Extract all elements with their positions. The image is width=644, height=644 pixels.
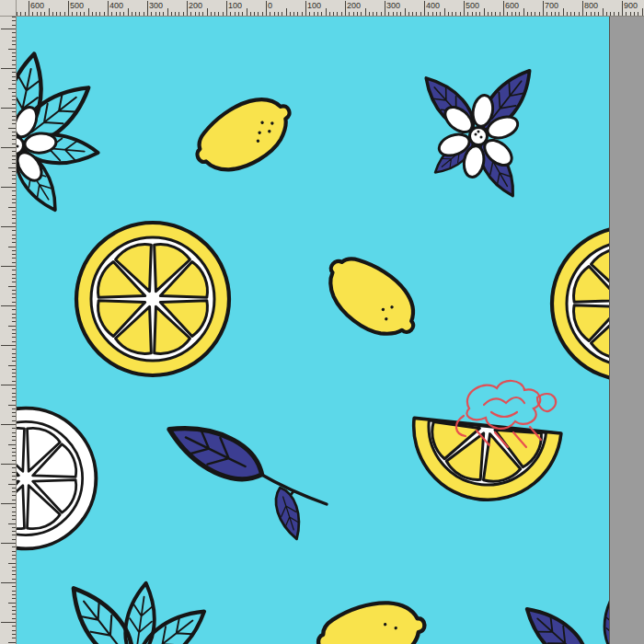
ruler-tick — [12, 92, 17, 93]
ruler-tick — [555, 12, 556, 17]
ruler-tick — [12, 440, 17, 441]
ruler-tick — [56, 12, 57, 17]
ruler-tick — [630, 12, 631, 17]
ruler-tick — [12, 218, 17, 219]
ruler-tick — [408, 12, 409, 17]
ruler-tick — [12, 52, 17, 53]
ruler-tick — [341, 12, 342, 17]
ruler-tick — [12, 381, 17, 382]
ruler-h-label: 500 — [70, 1, 84, 10]
pattern-artwork — [17, 17, 644, 644]
ruler-h-label: 400 — [426, 1, 440, 10]
ruler-tick — [12, 606, 17, 607]
ruler-tick — [12, 479, 17, 480]
ruler-tick — [12, 99, 17, 100]
ruler-tick — [12, 76, 17, 77]
ruler-tick — [385, 1, 385, 16]
canvas[interactable] — [17, 17, 644, 644]
ruler-tick — [12, 495, 17, 496]
ruler-tick — [12, 64, 17, 65]
ruler-tick — [12, 448, 17, 449]
ruler-tick — [12, 341, 17, 342]
ruler-tick — [574, 12, 575, 17]
ruler-tick — [488, 12, 489, 17]
ruler-tick — [25, 12, 26, 17]
ruler-tick — [282, 12, 282, 17]
ruler-tick — [12, 159, 17, 160]
ruler-tick — [12, 199, 17, 200]
ruler-tick — [72, 12, 73, 17]
ruler-tick — [44, 12, 45, 17]
ruler-tick — [286, 8, 287, 16]
ruler-tick — [190, 12, 191, 17]
ruler-tick — [155, 12, 156, 17]
ruler-tick — [1, 266, 16, 267]
ruler-tick — [40, 12, 41, 17]
ruler-tick — [178, 12, 179, 17]
ruler-tick — [12, 638, 17, 638]
ruler-tick — [12, 491, 17, 492]
ruler-tick — [17, 12, 17, 17]
ruler-tick — [448, 12, 449, 17]
ruler-tick — [12, 467, 17, 468]
ruler-tick — [12, 428, 17, 429]
ruler-tick — [238, 12, 239, 17]
ruler-tick — [8, 128, 16, 129]
ruler-tick — [622, 1, 623, 16]
ruler-tick — [476, 12, 477, 17]
ruler-tick — [12, 309, 17, 310]
ruler-tick — [12, 393, 17, 394]
ruler-tick — [12, 314, 17, 315]
canvas-area[interactable] — [17, 17, 644, 644]
ruler-tick — [12, 432, 17, 433]
ruler-tick — [211, 12, 212, 17]
pasteboard[interactable] — [609, 17, 644, 644]
ruler-tick — [116, 12, 117, 17]
ruler-tick — [12, 515, 17, 516]
ruler-h-label: 200 — [347, 1, 361, 10]
ruler-tick — [416, 12, 417, 17]
ruler-tick — [12, 84, 17, 85]
ruler-tick — [424, 1, 425, 16]
ruler-tick — [214, 12, 215, 17]
ruler-tick — [8, 207, 16, 208]
ruler-tick — [12, 144, 17, 144]
ruler-origin-corner[interactable] — [0, 0, 17, 17]
ruler-tick — [376, 12, 377, 17]
ruler-tick — [436, 12, 437, 17]
ruler-tick — [606, 12, 607, 17]
ruler-tick — [12, 235, 17, 236]
ruler-tick — [642, 8, 643, 16]
ruler-tick — [305, 1, 306, 16]
ruler-tick — [76, 12, 77, 17]
lemon-slice-middle-left[interactable] — [76, 223, 229, 375]
ruler-tick — [512, 12, 512, 17]
ruler-tick — [12, 60, 17, 61]
ruler-tick — [12, 436, 17, 437]
ruler-tick — [317, 12, 318, 17]
ruler-tick — [187, 1, 188, 16]
ruler-tick — [12, 258, 17, 259]
ruler-tick — [12, 574, 17, 575]
ruler-tick — [258, 12, 259, 17]
ruler-tick — [594, 12, 595, 17]
ruler-tick — [235, 12, 236, 17]
ruler-tick — [12, 270, 17, 270]
ruler-tick — [8, 167, 16, 168]
ruler-tick — [12, 488, 17, 489]
horizontal-ruler[interactable]: 6005004003002001000100200300400500600700… — [17, 0, 644, 17]
ruler-tick — [270, 12, 270, 17]
ruler-tick — [183, 12, 184, 17]
ruler-tick — [12, 535, 17, 535]
vertical-ruler[interactable] — [0, 17, 17, 644]
ruler-tick — [123, 12, 124, 17]
ruler-tick — [12, 337, 17, 338]
ruler-tick — [12, 551, 17, 552]
ruler-tick — [12, 539, 17, 540]
ruler-tick — [614, 12, 615, 17]
ruler-tick — [128, 8, 129, 16]
ruler-tick — [603, 8, 604, 16]
ruler-tick — [12, 618, 17, 619]
ruler-tick — [464, 1, 465, 16]
ruler-tick — [254, 12, 255, 17]
